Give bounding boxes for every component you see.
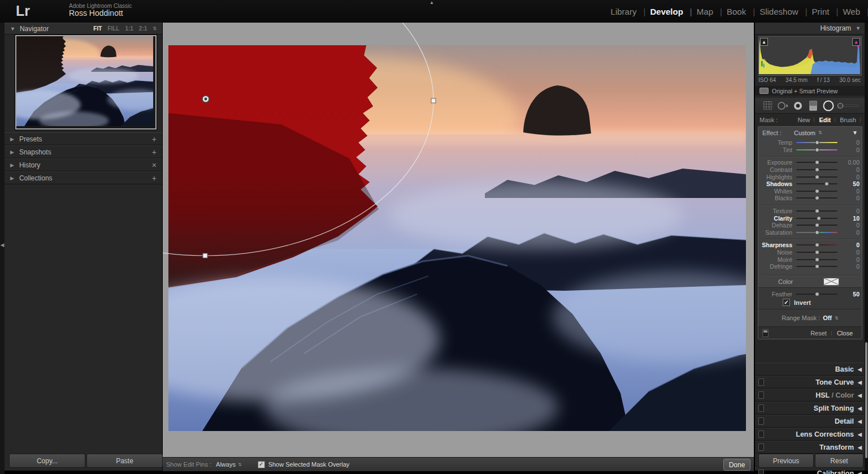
- panel-collapse-triangle-icon[interactable]: ▼: [852, 130, 858, 136]
- module-tab[interactable]: Web: [836, 7, 867, 16]
- slider-knob[interactable]: [815, 230, 819, 235]
- slider-track[interactable]: [796, 183, 837, 184]
- mask-mode-button[interactable]: Edit: [814, 117, 835, 123]
- close-button[interactable]: Close: [832, 330, 858, 337]
- slider-knob[interactable]: [815, 167, 819, 172]
- slider-knob[interactable]: [815, 209, 819, 213]
- slider-knob[interactable]: [815, 140, 819, 145]
- module-tab[interactable]: Slideshow: [753, 7, 805, 16]
- zoom-ratio-selector-icon[interactable]: ⇅: [153, 26, 157, 31]
- zoom-mode-button[interactable]: FIT: [93, 25, 102, 32]
- slider-track[interactable]: [796, 294, 837, 295]
- slider-knob[interactable]: [815, 243, 819, 247]
- section-action-button[interactable]: ×: [152, 161, 157, 170]
- panel-header[interactable]: Lens Corrections ◀: [755, 428, 865, 441]
- slider-track[interactable]: [796, 162, 837, 163]
- panel-header[interactable]: HSL / Color ◀: [755, 389, 865, 402]
- graduated-filter-tool-icon[interactable]: [806, 100, 820, 112]
- crop-overlay-tool-icon[interactable]: [761, 100, 774, 112]
- panel-enable-switch-icon[interactable]: [758, 404, 764, 412]
- panel-enable-switch-icon[interactable]: [758, 417, 764, 425]
- top-panel-collapse-arrow-icon[interactable]: ▲: [429, 0, 434, 5]
- slider-knob[interactable]: [817, 216, 821, 221]
- zoom-mode-button[interactable]: 2:1: [139, 25, 147, 32]
- module-tab[interactable]: Library: [604, 7, 644, 16]
- image-canvas[interactable]: [163, 23, 754, 457]
- smart-preview-status[interactable]: Original + Smart Preview: [755, 86, 868, 96]
- shadow-clipping-indicator[interactable]: ▲: [760, 38, 768, 46]
- reset-button[interactable]: Reset: [805, 330, 832, 337]
- slider-track[interactable]: [796, 259, 837, 260]
- slider-knob[interactable]: [815, 196, 819, 200]
- dropdown-arrows-icon[interactable]: ⇅: [238, 462, 242, 467]
- color-swatch[interactable]: [823, 278, 839, 286]
- section-action-button[interactable]: +: [152, 174, 157, 183]
- reset-button[interactable]: Reset: [815, 454, 863, 468]
- panel-enable-switch-icon[interactable]: [758, 430, 764, 438]
- module-tab[interactable]: Map: [690, 7, 720, 16]
- slider-track[interactable]: [796, 176, 837, 178]
- adjustment-brush-tool-icon[interactable]: [837, 100, 860, 112]
- histogram-header[interactable]: Histogram ▼: [755, 23, 865, 35]
- scrollbar-thumb[interactable]: [865, 342, 867, 458]
- spot-removal-tool-icon[interactable]: [776, 100, 789, 112]
- navigator-header[interactable]: ▼ Navigator FITFILL1:12:1 ⇅: [5, 23, 162, 35]
- slider-knob[interactable]: [815, 189, 819, 193]
- collapsible-section-header[interactable]: ▶ Presets +: [5, 132, 162, 145]
- done-button[interactable]: Done: [723, 459, 750, 471]
- paste-button[interactable]: Paste: [86, 454, 163, 468]
- panel-header[interactable]: Tone Curve ◀: [755, 376, 865, 389]
- slider-track[interactable]: [796, 218, 837, 219]
- slider-knob[interactable]: [815, 264, 819, 269]
- red-eye-tool-icon[interactable]: [791, 100, 805, 112]
- slider-track[interactable]: [796, 252, 837, 253]
- slider-track[interactable]: [796, 149, 837, 150]
- slider-track[interactable]: [796, 225, 837, 226]
- slider-track[interactable]: [796, 191, 837, 192]
- checkbox-icon[interactable]: ✓: [783, 299, 790, 306]
- module-tab[interactable]: Book: [720, 7, 753, 16]
- module-tab[interactable]: Develop: [643, 7, 689, 16]
- panel-header[interactable]: Split Toning ◀: [755, 402, 865, 415]
- section-action-button[interactable]: +: [152, 135, 157, 144]
- histogram[interactable]: ▲ ▲: [758, 36, 862, 76]
- slider-knob[interactable]: [815, 160, 819, 165]
- slider-track[interactable]: [796, 142, 837, 143]
- slider-knob[interactable]: [815, 175, 819, 179]
- panel-enable-switch-icon[interactable]: [758, 391, 764, 399]
- radial-filter-tool-icon[interactable]: [822, 100, 835, 112]
- slider-knob[interactable]: [815, 148, 819, 152]
- slider-track[interactable]: [796, 197, 837, 199]
- slider-track[interactable]: [796, 210, 837, 212]
- copy-button[interactable]: Copy...: [9, 454, 85, 468]
- previous-button[interactable]: Previous: [758, 454, 814, 468]
- range-mask-value[interactable]: Off: [823, 314, 832, 321]
- slider-knob[interactable]: [815, 250, 819, 255]
- dropdown-arrows-icon[interactable]: ⇅: [818, 130, 822, 135]
- panel-header[interactable]: Detail ◀: [755, 415, 865, 428]
- slider-knob[interactable]: [815, 257, 819, 262]
- collapsible-section-header[interactable]: ▶ History ×: [5, 158, 162, 171]
- show-edit-pins-value[interactable]: Always: [216, 461, 236, 468]
- zoom-mode-button[interactable]: 1:1: [125, 25, 133, 32]
- highlight-clipping-indicator[interactable]: ▲: [852, 38, 860, 46]
- slider-track[interactable]: [796, 244, 837, 245]
- slider-track[interactable]: [796, 232, 837, 233]
- panel-header[interactable]: Basic ◀: [755, 363, 865, 376]
- slider-knob[interactable]: [824, 182, 829, 186]
- navigator-preview[interactable]: [15, 35, 157, 130]
- slider-track[interactable]: [796, 169, 837, 170]
- panel-enable-switch-icon[interactable]: [758, 443, 764, 451]
- collapsible-section-header[interactable]: ▶ Collections +: [5, 171, 162, 184]
- effect-preset-value[interactable]: Custom: [794, 130, 815, 136]
- range-mask-row[interactable]: Range Mask : Off ⇅: [758, 309, 862, 326]
- dropdown-arrows-icon[interactable]: ⇅: [835, 316, 839, 321]
- slider-knob[interactable]: [815, 223, 819, 227]
- left-panel-collapse-arrow-icon[interactable]: ◀: [0, 242, 5, 248]
- section-action-button[interactable]: +: [152, 148, 157, 157]
- module-tab[interactable]: Print: [805, 7, 836, 16]
- mask-overlay-toggle[interactable]: ✓ Show Selected Mask Overlay: [258, 461, 350, 468]
- panel-enable-switch-icon[interactable]: [762, 329, 769, 337]
- slider-track[interactable]: [796, 266, 837, 267]
- collapsible-section-header[interactable]: ▶ Snapshots +: [5, 145, 162, 158]
